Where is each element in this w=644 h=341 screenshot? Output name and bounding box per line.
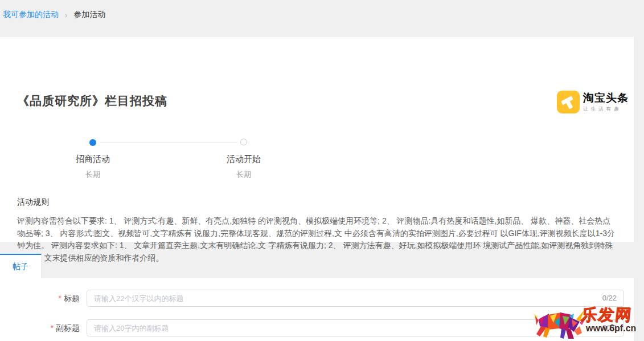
step-dot-active	[89, 139, 96, 146]
subtitle-field-label: *副标题	[0, 319, 80, 336]
required-asterisk: *	[59, 294, 61, 303]
subtitle-counter: 0/20	[602, 320, 617, 336]
brand-name: 淘宝头条	[583, 92, 629, 104]
title-input[interactable]	[87, 290, 624, 306]
step-label-2: 活动开始	[215, 154, 272, 165]
breadcrumb: 我可参加的活动 › 参加活动	[3, 10, 105, 20]
title-counter: 0/22	[602, 290, 617, 306]
brand-logo: 淘宝头条 让生活有趣	[557, 91, 629, 113]
breadcrumb-link-my-activities[interactable]: 我可参加的活动	[3, 10, 59, 20]
breadcrumb-current: 参加活动	[73, 10, 105, 20]
rules-text: 评测内容需符合以下要求: 1、 评测方式:有趣、新鲜、有亮点,如独特 的评测视角…	[17, 215, 618, 264]
step-sublabel-2: 长期	[215, 169, 272, 180]
title-input-wrap: 0/22	[87, 290, 624, 307]
stepper-connector	[100, 142, 237, 143]
step-sublabel-1: 长期	[64, 169, 121, 180]
breadcrumb-separator-icon: ›	[65, 11, 67, 19]
subtitle-input[interactable]	[87, 320, 624, 336]
tab-post[interactable]: 帖子	[0, 254, 42, 278]
required-asterisk: *	[51, 323, 54, 332]
rules-heading: 活动规则	[17, 197, 49, 208]
step-dot-pending	[240, 139, 247, 145]
brand-slogan: 让生活有趣	[583, 105, 629, 113]
brand-text: 淘宝头条 让生活有趣	[583, 91, 629, 113]
step-label-1: 招商活动	[64, 154, 121, 165]
page-title: 《品质研究所》栏目招投稿	[17, 93, 167, 109]
subtitle-input-wrap: 0/20	[87, 319, 624, 336]
taobao-toutiao-icon	[557, 91, 580, 113]
title-field-label: *标题	[0, 290, 80, 307]
activity-card: 《品质研究所》栏目招投稿 淘宝头条 让生活有趣 招商活动 长期 活动开始 长期 …	[0, 37, 634, 242]
